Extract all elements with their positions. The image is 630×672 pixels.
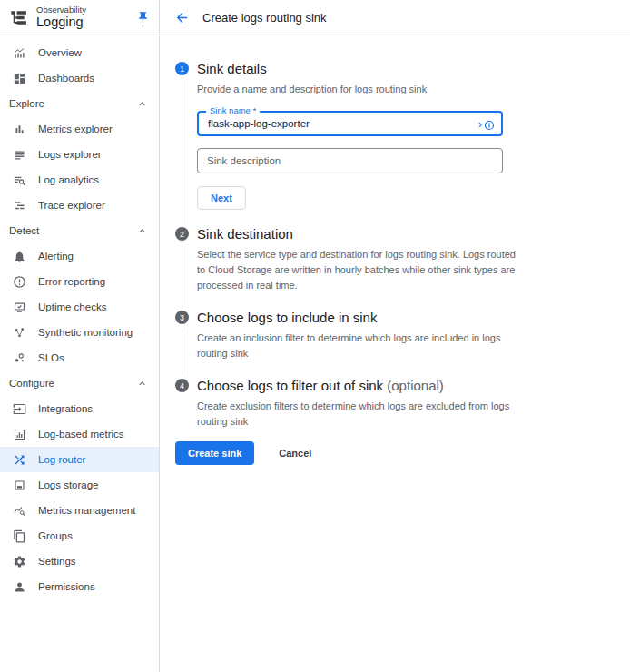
page-title: Create logs routing sink <box>202 11 327 25</box>
sidebar-item-slos[interactable]: SLOs <box>0 345 159 371</box>
cancel-button[interactable]: Cancel <box>279 448 311 459</box>
sidebar-item-trace-explorer[interactable]: Trace explorer <box>0 193 159 218</box>
sidebar-item-metrics-explorer[interactable]: Metrics explorer <box>0 116 159 142</box>
sink-name-label: Sink name * <box>206 106 260 115</box>
next-button[interactable]: Next <box>197 186 246 210</box>
section-title: Detect <box>9 225 39 236</box>
sidebar-item-overview[interactable]: Overview <box>0 40 159 65</box>
main-panel: Create logs routing sink 1 Sink details … <box>160 0 630 672</box>
create-sink-button[interactable]: Create sink <box>175 441 254 465</box>
step2-title: Sink destination <box>197 225 612 242</box>
page-header: Create logs routing sink <box>160 0 630 35</box>
chevron-up-icon <box>136 378 148 390</box>
sidebar-item-label: Metrics management <box>38 505 135 516</box>
step-include-logs: 3 Choose logs to include in sink Create … <box>175 309 612 377</box>
step-sink-destination: 2 Sink destination Select the service ty… <box>175 225 612 309</box>
sidebar-item-log-analytics[interactable]: Log analytics <box>0 167 159 193</box>
sink-description-input[interactable] <box>207 155 493 166</box>
sidebar-section-explore[interactable]: Explore <box>0 91 159 116</box>
sidebar-item-label: Metrics explorer <box>38 124 113 134</box>
step2-circle: 2 <box>175 227 189 241</box>
sidebar-item-label: Logs storage <box>38 479 99 490</box>
integrations-icon <box>13 402 26 416</box>
step-exclude-logs: 4 Choose logs to filter out of sink (opt… <box>175 377 612 430</box>
dashboards-icon <box>13 72 26 85</box>
sidebar-item-groups[interactable]: Groups <box>0 523 159 548</box>
metrics-management-icon <box>13 504 26 518</box>
slos-icon <box>13 351 26 365</box>
metrics-explorer-icon <box>13 123 26 136</box>
step4-title-optional: (optional) <box>387 378 444 393</box>
form-actions: Create sink Cancel <box>175 441 612 465</box>
sidebar-item-label: Dashboards <box>38 73 94 84</box>
sidebar-item-label: Trace explorer <box>38 200 105 211</box>
field-chevron-icon[interactable]: › <box>478 118 482 130</box>
sink-details-form: Sink name * › Next <box>197 111 612 210</box>
step3-description: Create an inclusion filter to determine … <box>197 331 517 361</box>
sidebar-item-uptime-checks[interactable]: Uptime checks <box>0 294 159 320</box>
stepper-content: 1 Sink details Provide a name and descri… <box>160 35 630 465</box>
sidebar-item-error-reporting[interactable]: Error reporting <box>0 269 159 294</box>
step1-circle: 1 <box>175 62 189 75</box>
sidebar-item-label: Alerting <box>38 251 74 262</box>
back-arrow-icon[interactable] <box>174 10 190 25</box>
sidebar-item-log-router[interactable]: Log router <box>0 447 159 472</box>
step4-rail: 4 <box>175 377 189 430</box>
sidebar-item-label: Log analytics <box>38 174 99 185</box>
sidebar-item-permissions[interactable]: Permissions <box>0 574 159 599</box>
logs-storage-icon <box>13 479 26 492</box>
log-analytics-icon <box>13 173 26 187</box>
sidebar-nav: OverviewDashboardsExploreMetrics explore… <box>0 35 159 599</box>
sidebar-item-label: Uptime checks <box>38 301 106 312</box>
sink-name-input[interactable] <box>208 118 478 129</box>
sidebar-item-label: Permissions <box>38 581 95 592</box>
step1-description: Provide a name and description for logs … <box>197 82 517 97</box>
sidebar-item-logs-storage[interactable]: Logs storage <box>0 472 159 498</box>
step1-connector <box>182 80 182 225</box>
step3-connector <box>182 329 182 377</box>
sidebar-item-label: SLOs <box>38 352 64 363</box>
step3-rail: 3 <box>175 309 189 377</box>
info-icon[interactable] <box>484 118 495 129</box>
step3-title: Choose logs to include in sink <box>197 309 612 326</box>
sidebar-item-label: Settings <box>38 556 76 567</box>
sidebar-item-synthetic-monitoring[interactable]: Synthetic monitoring <box>0 320 159 345</box>
sidebar-item-label: Error reporting <box>38 276 105 287</box>
sidebar-item-label: Log router <box>38 454 85 465</box>
sidebar-item-logs-explorer[interactable]: Logs explorer <box>0 142 159 167</box>
sidebar-item-label: Synthetic monitoring <box>38 327 133 338</box>
pin-icon[interactable] <box>136 11 150 25</box>
sink-description-field[interactable] <box>197 148 503 173</box>
sink-name-field[interactable]: Sink name * › <box>197 111 503 136</box>
sidebar-header: Observability Logging <box>0 0 159 35</box>
brand-small-label: Observability <box>36 5 86 15</box>
sidebar-item-dashboards[interactable]: Dashboards <box>0 65 159 91</box>
brand-label: Logging <box>36 15 86 29</box>
sidebar-item-settings[interactable]: Settings <box>0 548 159 574</box>
step-sink-details: 1 Sink details Provide a name and descri… <box>175 60 612 225</box>
brand-block: Observability Logging <box>36 5 86 29</box>
sidebar-item-label: Groups <box>38 530 73 541</box>
section-title: Explore <box>9 98 44 109</box>
step2-description: Select the service type and destination … <box>197 247 517 293</box>
error-reporting-icon <box>13 275 26 289</box>
sidebar-item-metrics-management[interactable]: Metrics management <box>0 498 159 523</box>
sidebar-section-detect[interactable]: Detect <box>0 218 159 243</box>
logs-explorer-icon <box>13 148 26 162</box>
sidebar-item-integrations[interactable]: Integrations <box>0 396 159 421</box>
trace-explorer-icon <box>13 199 26 212</box>
step4-title: Choose logs to filter out of sink (optio… <box>197 377 612 394</box>
log-router-icon <box>13 453 26 467</box>
permissions-icon <box>13 580 26 594</box>
chevron-up-icon <box>136 98 148 110</box>
synthetic-monitoring-icon <box>13 326 26 340</box>
chevron-up-icon <box>136 225 148 237</box>
sidebar-section-configure[interactable]: Configure <box>0 371 159 396</box>
groups-icon <box>13 529 26 543</box>
alerting-icon <box>13 250 26 263</box>
logging-logo-icon <box>8 7 29 28</box>
sidebar-item-label: Log-based metrics <box>38 429 124 440</box>
step2-connector <box>182 245 182 309</box>
sidebar-item-log-based-metrics[interactable]: Log-based metrics <box>0 421 159 447</box>
sidebar-item-alerting[interactable]: Alerting <box>0 243 159 269</box>
